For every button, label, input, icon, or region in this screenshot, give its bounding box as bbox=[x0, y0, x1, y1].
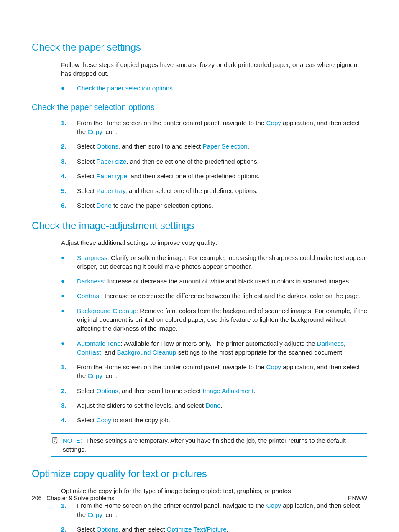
heading-check-paper-selection-options: Check the paper selection options bbox=[32, 102, 367, 113]
note-label: NOTE: bbox=[63, 437, 82, 444]
step-number: 1. bbox=[61, 362, 77, 380]
step-number: 6. bbox=[61, 201, 77, 210]
ui-term-options: Options bbox=[96, 526, 118, 532]
bullet-text: Contrast: Increase or decrease the diffe… bbox=[77, 291, 367, 300]
ui-term-background-cleanup: Background Cleanup bbox=[77, 307, 136, 314]
heading-check-image-adjustment-settings: Check the image-adjustment settings bbox=[32, 218, 367, 233]
intro-paragraph: Follow these steps if copied pages have … bbox=[61, 60, 367, 78]
step-number: 1. bbox=[61, 118, 77, 136]
step-number: 5. bbox=[61, 186, 77, 195]
bullet-item: ● Darkness: Increase or decrease the amo… bbox=[61, 277, 367, 285]
steps-list: 1. From the Home screen on the printer c… bbox=[61, 501, 367, 532]
page-number: 206 bbox=[32, 495, 41, 501]
step-item: 5. Select Paper tray, and then select on… bbox=[61, 186, 367, 195]
ui-term-options: Options bbox=[96, 387, 118, 394]
step-text: From the Home screen on the printer cont… bbox=[77, 501, 367, 519]
ui-term-automatic-tone: Automatic Tone bbox=[77, 340, 120, 347]
steps-list: 1. From the Home screen on the printer c… bbox=[61, 118, 367, 210]
ui-term-paper-type: Paper type bbox=[96, 172, 127, 180]
note-text: NOTE:These settings are temporary. After… bbox=[63, 436, 367, 454]
step-item: 2. Select Options, and then scroll to an… bbox=[61, 386, 367, 395]
ui-term-copy: Copy bbox=[87, 128, 102, 135]
step-text: From the Home screen on the printer cont… bbox=[77, 118, 367, 136]
ui-term-copy: Copy bbox=[96, 416, 111, 424]
step-text: Select Done to save the paper selection … bbox=[77, 201, 367, 210]
step-number: 1. bbox=[61, 501, 77, 519]
note-icon bbox=[51, 436, 59, 445]
ui-term-contrast: Contrast bbox=[77, 349, 101, 356]
step-text: Select Paper type, and then select one o… bbox=[77, 172, 367, 180]
bullet-icon: ● bbox=[61, 291, 77, 300]
step-text: Select Options, and then select Optimize… bbox=[77, 525, 367, 532]
ui-term-paper-tray: Paper tray bbox=[96, 187, 125, 194]
bullet-icon: ● bbox=[61, 277, 77, 285]
bullet-icon: ● bbox=[61, 306, 77, 333]
step-item: 3. Adjust the sliders to set the levels,… bbox=[61, 401, 367, 410]
step-item: 3. Select Paper size, and then select on… bbox=[61, 157, 367, 166]
ui-term-background-cleanup: Background Cleanup bbox=[117, 349, 176, 356]
step-item: 2. Select Options, and then select Optim… bbox=[61, 525, 367, 532]
ui-term-darkness: Darkness bbox=[77, 278, 104, 285]
step-item: 1. From the Home screen on the printer c… bbox=[61, 118, 367, 136]
page-footer: 206Chapter 9 Solve problems ENWW bbox=[32, 494, 367, 503]
step-item: 2. Select Options, and then scroll to an… bbox=[61, 142, 367, 151]
ui-term-paper-selection: Paper Selection bbox=[203, 143, 248, 150]
bullet-list: ● Sharpness: Clarify or soften the image… bbox=[61, 253, 367, 357]
ui-term-contrast: Contrast bbox=[77, 292, 101, 299]
footer-right: ENWW bbox=[348, 494, 367, 503]
bullet-text: Darkness: Increase or decrease the amoun… bbox=[77, 277, 367, 285]
ui-term-done: Done bbox=[205, 402, 220, 409]
ui-term-paper-size: Paper size bbox=[96, 158, 126, 165]
ui-term-options: Options bbox=[96, 143, 118, 150]
step-item: 6. Select Done to save the paper selecti… bbox=[61, 201, 367, 210]
document-page: Check the paper settings Follow these st… bbox=[0, 0, 399, 532]
step-text: Select Options, and then scroll to and s… bbox=[77, 386, 367, 395]
ui-term-copy: Copy bbox=[87, 372, 102, 379]
step-item: 4. Select Copy to start the copy job. bbox=[61, 416, 367, 424]
toc-bullet-row: ● Check the paper selection options bbox=[61, 84, 367, 93]
intro-paragraph: Optimize the copy job for the type of im… bbox=[61, 486, 367, 495]
bullet-text: Background Cleanup: Remove faint colors … bbox=[77, 306, 367, 333]
heading-optimize-copy-quality: Optimize copy quality for text or pictur… bbox=[32, 467, 367, 481]
step-item: 1. From the Home screen on the printer c… bbox=[61, 501, 367, 519]
chapter-label: Chapter 9 Solve problems bbox=[46, 495, 114, 501]
heading-check-paper-settings: Check the paper settings bbox=[32, 40, 367, 54]
step-number: 4. bbox=[61, 416, 77, 424]
note-block: NOTE:These settings are temporary. After… bbox=[51, 433, 367, 457]
step-text: Select Options, and then scroll to and s… bbox=[77, 142, 367, 151]
intro-paragraph: Adjust these additional settings to impr… bbox=[61, 238, 367, 247]
ui-term-darkness: Darkness bbox=[317, 340, 344, 347]
step-text: Adjust the sliders to set the levels, an… bbox=[77, 401, 367, 410]
step-text: Select Copy to start the copy job. bbox=[77, 416, 367, 424]
ui-term-copy: Copy bbox=[87, 511, 102, 518]
bullet-item: ● Automatic Tone: Available for Flow pri… bbox=[61, 339, 367, 357]
bullet-item: ● Background Cleanup: Remove faint color… bbox=[61, 306, 367, 333]
footer-left: 206Chapter 9 Solve problems bbox=[32, 494, 114, 503]
link-check-paper-selection-options[interactable]: Check the paper selection options bbox=[77, 84, 173, 93]
bullet-icon: ● bbox=[61, 253, 77, 271]
bullet-icon: ● bbox=[61, 84, 77, 93]
step-text: Select Paper size, and then select one o… bbox=[77, 157, 367, 166]
step-item: 4. Select Paper type, and then select on… bbox=[61, 172, 367, 180]
ui-term-done: Done bbox=[96, 202, 111, 209]
steps-list: 1. From the Home screen on the printer c… bbox=[61, 362, 367, 424]
step-text: Select Paper tray, and then select one o… bbox=[77, 186, 367, 195]
ui-term-optimize-text-picture: Optimize Text/Picture bbox=[166, 526, 226, 532]
step-number: 2. bbox=[61, 525, 77, 532]
ui-term-copy: Copy bbox=[266, 363, 281, 370]
step-item: 1. From the Home screen on the printer c… bbox=[61, 362, 367, 380]
step-text: From the Home screen on the printer cont… bbox=[77, 362, 367, 380]
step-number: 2. bbox=[61, 142, 77, 151]
ui-term-copy: Copy bbox=[266, 502, 281, 509]
step-number: 2. bbox=[61, 386, 77, 395]
bullet-text: Sharpness: Clarify or soften the image. … bbox=[77, 253, 367, 271]
bullet-item: ● Contrast: Increase or decrease the dif… bbox=[61, 291, 367, 300]
step-number: 3. bbox=[61, 157, 77, 166]
bullet-icon: ● bbox=[61, 339, 77, 357]
step-number: 4. bbox=[61, 172, 77, 180]
bullet-item: ● Sharpness: Clarify or soften the image… bbox=[61, 253, 367, 271]
bullet-text: Automatic Tone: Available for Flow print… bbox=[77, 339, 367, 357]
ui-term-copy: Copy bbox=[266, 119, 281, 126]
ui-term-sharpness: Sharpness bbox=[77, 254, 107, 261]
step-number: 3. bbox=[61, 401, 77, 410]
